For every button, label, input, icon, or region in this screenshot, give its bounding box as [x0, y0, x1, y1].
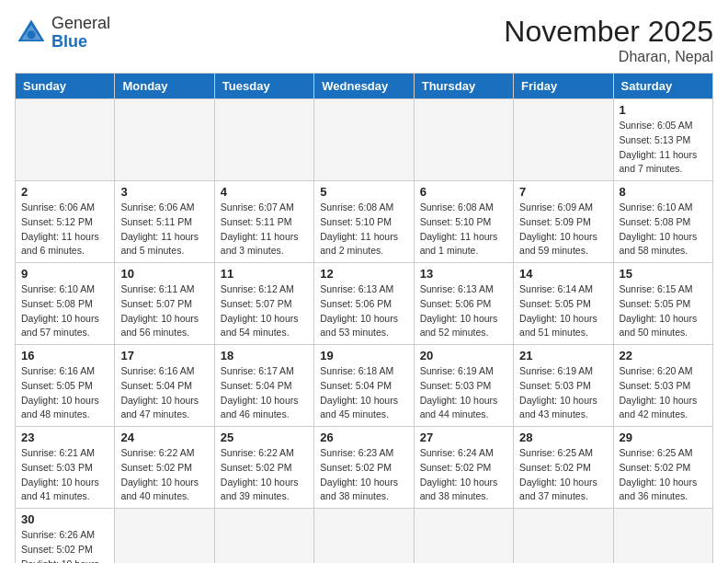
sun-info: Sunrise: 6:12 AMSunset: 5:07 PMDaylight:…	[221, 282, 308, 340]
calendar-cell: 18Sunrise: 6:17 AMSunset: 5:04 PMDayligh…	[214, 345, 313, 427]
calendar-cell	[16, 99, 115, 181]
calendar-cell: 2Sunrise: 6:06 AMSunset: 5:12 PMDaylight…	[16, 181, 115, 263]
day-number: 7	[519, 185, 607, 199]
day-number: 16	[21, 349, 108, 362]
calendar-cell	[414, 509, 513, 564]
calendar-cell: 24Sunrise: 6:22 AMSunset: 5:02 PMDayligh…	[115, 427, 214, 509]
sun-info: Sunrise: 6:22 AMSunset: 5:02 PMDaylight:…	[221, 446, 308, 504]
sun-info: Sunrise: 6:21 AMSunset: 5:03 PMDaylight:…	[21, 446, 108, 504]
page-header: General Blue November 2025 Dharan, Nepal	[15, 15, 713, 65]
weekday-header-tuesday: Tuesday	[214, 74, 313, 99]
weekday-header-wednesday: Wednesday	[314, 74, 414, 99]
weekday-header-sunday: Sunday	[16, 74, 115, 99]
calendar-cell: 3Sunrise: 6:06 AMSunset: 5:11 PMDaylight…	[115, 181, 214, 263]
week-row-5: 30Sunrise: 6:26 AMSunset: 5:02 PMDayligh…	[16, 509, 713, 564]
day-number: 14	[519, 267, 607, 281]
sun-info: Sunrise: 6:09 AMSunset: 5:09 PMDaylight:…	[519, 201, 607, 259]
sun-info: Sunrise: 6:05 AMSunset: 5:13 PMDaylight:…	[620, 119, 707, 177]
sun-info: Sunrise: 6:19 AMSunset: 5:03 PMDaylight:…	[420, 364, 507, 422]
calendar-cell	[314, 99, 414, 181]
logo: General Blue	[15, 15, 110, 52]
sun-info: Sunrise: 6:25 AMSunset: 5:02 PMDaylight:…	[519, 446, 607, 504]
sun-info: Sunrise: 6:25 AMSunset: 5:02 PMDaylight:…	[620, 446, 707, 504]
sun-info: Sunrise: 6:23 AMSunset: 5:02 PMDaylight:…	[320, 446, 407, 504]
calendar-cell	[115, 509, 214, 564]
sun-info: Sunrise: 6:06 AMSunset: 5:12 PMDaylight:…	[21, 201, 108, 259]
calendar-cell: 12Sunrise: 6:13 AMSunset: 5:06 PMDayligh…	[314, 263, 414, 345]
title-area: November 2025 Dharan, Nepal	[504, 15, 713, 65]
calendar-cell: 22Sunrise: 6:20 AMSunset: 5:03 PMDayligh…	[613, 345, 712, 427]
weekday-header-row: SundayMondayTuesdayWednesdayThursdayFrid…	[16, 74, 713, 99]
day-number: 18	[221, 349, 308, 362]
sun-info: Sunrise: 6:15 AMSunset: 5:05 PMDaylight:…	[620, 282, 707, 340]
logo-text: General Blue	[51, 15, 110, 52]
calendar-cell: 27Sunrise: 6:24 AMSunset: 5:02 PMDayligh…	[414, 427, 513, 509]
day-number: 24	[120, 431, 208, 444]
week-row-1: 2Sunrise: 6:06 AMSunset: 5:12 PMDaylight…	[16, 181, 713, 263]
weekday-header-thursday: Thursday	[414, 74, 513, 99]
svg-point-2	[28, 30, 36, 39]
logo-icon	[15, 17, 48, 50]
day-number: 27	[420, 431, 507, 444]
calendar-cell: 19Sunrise: 6:18 AMSunset: 5:04 PMDayligh…	[314, 345, 414, 427]
day-number: 4	[221, 185, 308, 199]
sun-info: Sunrise: 6:08 AMSunset: 5:10 PMDaylight:…	[420, 201, 507, 259]
calendar-cell: 10Sunrise: 6:11 AMSunset: 5:07 PMDayligh…	[115, 263, 214, 345]
week-row-0: 1Sunrise: 6:05 AMSunset: 5:13 PMDaylight…	[16, 99, 713, 181]
calendar-cell: 16Sunrise: 6:16 AMSunset: 5:05 PMDayligh…	[16, 345, 115, 427]
day-number: 26	[320, 431, 407, 444]
day-number: 29	[620, 431, 707, 444]
sun-info: Sunrise: 6:18 AMSunset: 5:04 PMDaylight:…	[320, 364, 407, 422]
calendar-cell: 25Sunrise: 6:22 AMSunset: 5:02 PMDayligh…	[214, 427, 313, 509]
calendar-cell: 14Sunrise: 6:14 AMSunset: 5:05 PMDayligh…	[514, 263, 613, 345]
day-number: 23	[21, 431, 108, 444]
week-row-4: 23Sunrise: 6:21 AMSunset: 5:03 PMDayligh…	[16, 427, 713, 509]
calendar-cell: 6Sunrise: 6:08 AMSunset: 5:10 PMDaylight…	[414, 181, 513, 263]
calendar-cell: 7Sunrise: 6:09 AMSunset: 5:09 PMDaylight…	[514, 181, 613, 263]
day-number: 22	[620, 349, 707, 362]
day-number: 10	[120, 267, 208, 281]
calendar-cell	[214, 99, 313, 181]
location: Dharan, Nepal	[504, 49, 713, 65]
week-row-2: 9Sunrise: 6:10 AMSunset: 5:08 PMDaylight…	[16, 263, 713, 345]
calendar-cell	[613, 509, 712, 564]
day-number: 30	[21, 512, 108, 526]
sun-info: Sunrise: 6:13 AMSunset: 5:06 PMDaylight:…	[320, 282, 407, 340]
sun-info: Sunrise: 6:22 AMSunset: 5:02 PMDaylight:…	[120, 446, 208, 504]
calendar-cell: 23Sunrise: 6:21 AMSunset: 5:03 PMDayligh…	[16, 427, 115, 509]
sun-info: Sunrise: 6:13 AMSunset: 5:06 PMDaylight:…	[420, 282, 507, 340]
sun-info: Sunrise: 6:11 AMSunset: 5:07 PMDaylight:…	[120, 282, 208, 340]
day-number: 20	[420, 349, 507, 362]
day-number: 15	[620, 267, 707, 281]
calendar-cell	[115, 99, 214, 181]
day-number: 9	[21, 267, 108, 281]
sun-info: Sunrise: 6:10 AMSunset: 5:08 PMDaylight:…	[21, 282, 108, 340]
day-number: 28	[519, 431, 607, 444]
day-number: 3	[120, 185, 208, 199]
calendar-cell	[214, 509, 313, 564]
calendar-cell	[314, 509, 414, 564]
month-year: November 2025	[504, 15, 713, 49]
sun-info: Sunrise: 6:24 AMSunset: 5:02 PMDaylight:…	[420, 446, 507, 504]
calendar-cell: 21Sunrise: 6:19 AMSunset: 5:03 PMDayligh…	[514, 345, 613, 427]
day-number: 12	[320, 267, 407, 281]
calendar-cell: 17Sunrise: 6:16 AMSunset: 5:04 PMDayligh…	[115, 345, 214, 427]
weekday-header-monday: Monday	[115, 74, 214, 99]
calendar-cell: 15Sunrise: 6:15 AMSunset: 5:05 PMDayligh…	[613, 263, 712, 345]
sun-info: Sunrise: 6:17 AMSunset: 5:04 PMDaylight:…	[221, 364, 308, 422]
day-number: 11	[221, 267, 308, 281]
calendar-cell: 8Sunrise: 6:10 AMSunset: 5:08 PMDaylight…	[613, 181, 712, 263]
sun-info: Sunrise: 6:19 AMSunset: 5:03 PMDaylight:…	[519, 364, 607, 422]
day-number: 17	[120, 349, 208, 362]
calendar-cell: 13Sunrise: 6:13 AMSunset: 5:06 PMDayligh…	[414, 263, 513, 345]
calendar-cell: 20Sunrise: 6:19 AMSunset: 5:03 PMDayligh…	[414, 345, 513, 427]
calendar-cell	[514, 99, 613, 181]
calendar-cell	[414, 99, 513, 181]
calendar-cell: 30Sunrise: 6:26 AMSunset: 5:02 PMDayligh…	[16, 509, 115, 564]
sun-info: Sunrise: 6:26 AMSunset: 5:02 PMDaylight:…	[21, 528, 108, 563]
weekday-header-saturday: Saturday	[613, 74, 712, 99]
calendar-cell: 26Sunrise: 6:23 AMSunset: 5:02 PMDayligh…	[314, 427, 414, 509]
day-number: 21	[519, 349, 607, 362]
calendar-cell: 11Sunrise: 6:12 AMSunset: 5:07 PMDayligh…	[214, 263, 313, 345]
calendar-cell: 5Sunrise: 6:08 AMSunset: 5:10 PMDaylight…	[314, 181, 414, 263]
